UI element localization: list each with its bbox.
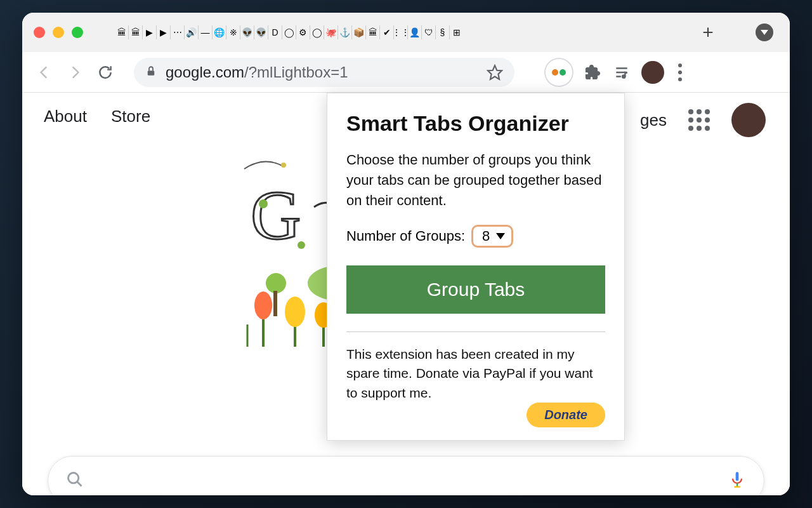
tab-strip: 🏛🏛▶▶⋯🔊—🌐※👽👽D◯⚙◯🐙⚓📦🏛✔⋮⋮👤🛡§⊞ (115, 25, 660, 39)
lock-icon (145, 65, 157, 79)
address-bar[interactable]: google.com/?mlLightbox=1 (134, 58, 514, 87)
bookmark-star-icon[interactable] (487, 64, 503, 81)
tab-favicon[interactable]: ▶ (143, 25, 157, 39)
about-link[interactable]: About (44, 107, 87, 126)
tab-favicon[interactable]: ◯ (310, 25, 324, 39)
svg-point-12 (254, 291, 272, 319)
browser-window: 🏛🏛▶▶⋯🔊—🌐※👽👽D◯⚙◯🐙⚓📦🏛✔⋮⋮👤🛡§⊞ + google.com/… (22, 13, 790, 495)
page-content: About Store ges G (22, 93, 790, 495)
svg-point-4 (281, 163, 286, 168)
groups-label: Number of Groups: (346, 228, 465, 244)
traffic-lights (34, 27, 83, 38)
tab-favicon[interactable]: 👤 (408, 25, 422, 39)
tab-favicon[interactable]: 🏛 (129, 25, 143, 39)
url-text: google.com/?mlLightbox=1 (166, 64, 348, 81)
svg-point-6 (259, 199, 268, 208)
tab-overflow-button[interactable] (756, 23, 773, 41)
svg-point-10 (266, 273, 286, 293)
groups-select[interactable]: 8 (471, 225, 513, 248)
tab-favicon[interactable]: 🌐 (213, 25, 226, 39)
media-controls-button[interactable] (612, 63, 631, 82)
tab-favicon[interactable]: ⋯ (171, 25, 185, 39)
google-nav-right: ges (640, 103, 766, 137)
tab-favicon[interactable]: 🔊 (185, 25, 199, 39)
extension-popup: Smart Tabs Organizer Choose the number o… (327, 93, 625, 441)
tab-favicon[interactable]: 📦 (352, 25, 366, 39)
svg-line-16 (77, 482, 82, 486)
tab-favicon[interactable]: 🏛 (366, 25, 380, 39)
window-titlebar: 🏛🏛▶▶⋯🔊—🌐※👽👽D◯⚙◯🐙⚓📦🏛✔⋮⋮👤🛡§⊞ + (22, 13, 790, 52)
groups-row: Number of Groups: 8 (346, 225, 605, 248)
search-icon (66, 471, 84, 491)
popup-description: Choose the number of groups you think yo… (346, 150, 605, 211)
group-tabs-button[interactable]: Group Tabs (346, 265, 605, 314)
browser-toolbar: google.com/?mlLightbox=1 (22, 52, 790, 93)
donate-button[interactable]: Donate (527, 403, 605, 427)
svg-rect-0 (148, 70, 155, 76)
svg-point-15 (69, 473, 79, 483)
fullscreen-window-button[interactable] (72, 27, 83, 38)
close-window-button[interactable] (34, 27, 45, 38)
tab-favicon[interactable]: § (436, 25, 450, 39)
tab-favicon[interactable]: 👽 (240, 25, 254, 39)
tab-favicon[interactable]: ※ (226, 25, 240, 39)
svg-marker-1 (488, 65, 502, 79)
tab-favicon[interactable]: — (199, 25, 213, 39)
extension-cluster (545, 58, 686, 86)
smart-tabs-extension-button[interactable] (545, 58, 573, 86)
tab-favicon[interactable]: ▶ (157, 25, 171, 39)
tab-favicon[interactable]: ⊞ (450, 25, 464, 39)
minimize-window-button[interactable] (53, 27, 64, 38)
google-account-avatar[interactable] (731, 103, 766, 137)
extension-icon (552, 69, 566, 76)
svg-text:G: G (251, 177, 301, 254)
forward-button[interactable] (65, 63, 84, 82)
tab-favicon[interactable]: 🏛 (115, 25, 129, 39)
google-apps-icon[interactable] (688, 109, 710, 131)
new-tab-button[interactable]: + (698, 23, 717, 42)
tab-favicon[interactable]: 🛡 (422, 25, 436, 39)
reload-button[interactable] (96, 63, 115, 82)
tab-favicon[interactable]: ⚙ (296, 25, 310, 39)
svg-point-13 (285, 297, 305, 327)
google-search-input[interactable] (48, 456, 764, 495)
google-nav-left: About Store (44, 107, 150, 126)
tab-favicon[interactable]: 🐙 (324, 25, 338, 39)
voice-search-icon[interactable] (728, 471, 746, 491)
back-button[interactable] (35, 63, 54, 82)
store-link[interactable]: Store (111, 107, 150, 126)
svg-rect-11 (273, 291, 277, 316)
profile-avatar-button[interactable] (641, 61, 664, 84)
tab-favicon[interactable]: ⚓ (338, 25, 352, 39)
popup-title: Smart Tabs Organizer (346, 111, 605, 136)
tab-favicon[interactable]: ⋮⋮ (394, 25, 408, 39)
tab-favicon[interactable]: D (268, 25, 282, 39)
donate-text: This extension has been created in my sp… (346, 345, 605, 403)
groups-value: 8 (482, 228, 490, 244)
tab-favicon[interactable]: 👽 (254, 25, 268, 39)
chrome-menu-button[interactable] (674, 60, 686, 85)
svg-rect-17 (736, 472, 739, 481)
images-link[interactable]: ges (640, 110, 667, 130)
popup-divider (346, 331, 605, 332)
svg-point-7 (298, 241, 305, 249)
tab-favicon[interactable]: ◯ (282, 25, 296, 39)
extensions-menu-button[interactable] (583, 63, 602, 82)
